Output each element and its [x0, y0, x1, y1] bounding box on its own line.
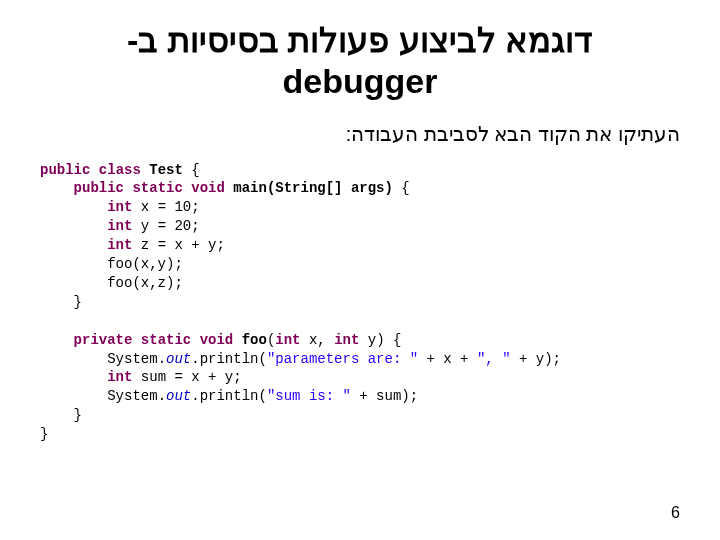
page-number: 6 — [671, 504, 680, 522]
code-block: public class Test { public static void m… — [40, 161, 680, 444]
title-line-2: debugger — [40, 61, 680, 102]
slide-title: דוגמא לביצוע פעולות בסיסיות ב- debugger — [40, 20, 680, 102]
title-line-1: דוגמא לביצוע פעולות בסיסיות ב- — [40, 20, 680, 61]
subtitle: העתיקו את הקוד הבא לסביבת העבודה: — [40, 122, 680, 146]
